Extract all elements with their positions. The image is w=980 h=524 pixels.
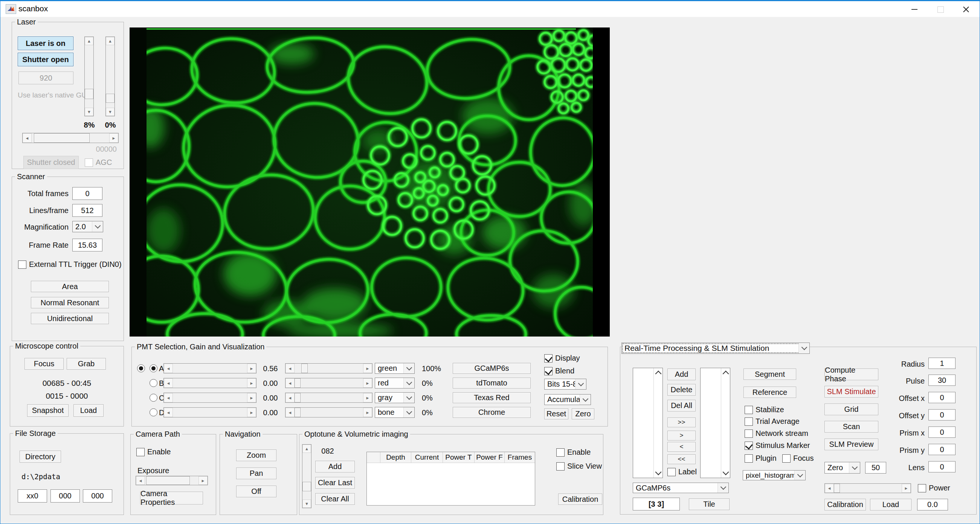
optotune-add-button[interactable]: Add	[315, 461, 355, 472]
off-button[interactable]: Off	[236, 486, 277, 497]
slider-left-arrow-icon[interactable]: ◄	[285, 408, 294, 417]
pmt-radio-d[interactable]	[150, 408, 158, 416]
laser-wavelength-slider[interactable]: ◄ ►	[22, 133, 119, 143]
slider-left-arrow-icon[interactable]: ◄	[285, 393, 294, 402]
total-frames-field[interactable]: 0	[72, 187, 102, 200]
prism-y-field[interactable]: 0	[928, 444, 956, 455]
pmt-c-range-track[interactable]	[294, 393, 363, 402]
slm-mode-select[interactable]: Zero	[824, 462, 860, 473]
slider-up-arrow-icon[interactable]: ▲	[302, 445, 311, 453]
minimize-button[interactable]	[902, 2, 926, 17]
slider-left-arrow-icon[interactable]: ◄	[825, 484, 834, 493]
clear-all-button[interactable]: Clear All	[315, 493, 355, 505]
directory-button[interactable]: Directory	[19, 451, 61, 463]
compute-phase-button[interactable]: Compute Phase	[824, 368, 878, 380]
pmt-radio-c[interactable]	[150, 394, 158, 402]
reference-button[interactable]: Reference	[743, 387, 796, 398]
live-image-display[interactable]	[130, 27, 610, 337]
slm-power-slider-thumb[interactable]	[834, 484, 840, 493]
maximize-button[interactable]	[928, 2, 953, 17]
stimulus-marker-checkbox[interactable]: Stimulus Marker	[745, 441, 810, 450]
slider-right-arrow-icon[interactable]: ►	[199, 476, 207, 485]
pmt-b-gain-slider[interactable]: ◄►	[164, 378, 256, 388]
pmt-d-colormap-select[interactable]: bone	[375, 407, 415, 418]
label-checkbox[interactable]: Label	[667, 468, 697, 476]
optotune-calibration-button[interactable]: Calibration	[558, 494, 602, 505]
pmt-c-colormap-select[interactable]: gray	[375, 392, 415, 403]
segment-button[interactable]: Segment	[743, 368, 796, 380]
pmt-d-gain-slider[interactable]: ◄►	[164, 407, 256, 418]
power-checkbox[interactable]: Power	[918, 484, 950, 492]
pmt-b-gain-track[interactable]	[173, 378, 247, 388]
display-checkbox[interactable]: Display	[544, 354, 580, 362]
shutter-open-button[interactable]: Shutter open	[18, 53, 73, 66]
realtime-mode-select[interactable]: Real-Time Processing & SLM Stimulation	[622, 343, 810, 354]
laser-gdd-slider-track[interactable]	[106, 45, 115, 108]
zero-button[interactable]: Zero	[572, 408, 594, 419]
optotune-enable-checkbox[interactable]: Enable	[556, 448, 590, 457]
pmt-d-gain-track[interactable]	[173, 408, 247, 417]
agc-checkbox[interactable]: AGC	[85, 158, 112, 167]
animal-field[interactable]: xx0	[18, 489, 47, 503]
pmt-a-preset-button[interactable]: GCaMP6s	[453, 363, 531, 374]
pmt-a-gain-slider[interactable]: ◄►	[164, 363, 256, 373]
optotune-slider[interactable]: ▲ ▼	[302, 444, 312, 508]
lines-frame-field[interactable]: 512	[72, 204, 102, 217]
slider-down-arrow-icon[interactable]: ▼	[106, 108, 115, 116]
pulse-field[interactable]: 30	[928, 375, 956, 386]
slider-up-arrow-icon[interactable]: ▲	[85, 37, 94, 45]
pmt-a-gain-track[interactable]	[173, 364, 247, 373]
tile-button[interactable]: Tile	[689, 499, 730, 510]
pmt-b-range-thumb[interactable]	[294, 378, 301, 388]
network-stream-checkbox[interactable]: Network stream	[745, 429, 808, 438]
offset-x-field[interactable]: 0	[928, 392, 956, 403]
move-left-button[interactable]: <	[667, 442, 696, 452]
move-right-button[interactable]: >	[667, 430, 696, 440]
tile-size-field[interactable]: [3 3]	[633, 498, 680, 510]
rt-preset-select[interactable]: GCaMP6s	[633, 483, 729, 493]
slm-stimulate-button[interactable]: SLM Stimulate	[824, 386, 878, 397]
exposure-slider-track[interactable]	[145, 476, 199, 485]
pmt-b-colormap-select[interactable]: red	[375, 378, 415, 389]
laser-power-slider-thumb[interactable]	[85, 89, 94, 99]
list-scrollbar[interactable]	[721, 368, 730, 478]
radius-field[interactable]: 1	[928, 357, 956, 369]
slider-left-arrow-icon[interactable]: ◄	[285, 364, 294, 373]
slider-right-arrow-icon[interactable]: ►	[247, 378, 256, 388]
pmt-d-range-track[interactable]	[294, 408, 363, 417]
rt-focus-checkbox[interactable]: Focus	[782, 454, 813, 463]
zoom-button[interactable]: Zoom	[236, 449, 277, 461]
pmt-d-range-slider[interactable]: ◄►	[285, 407, 372, 418]
slm-calibration-button[interactable]: Calibration	[824, 499, 866, 510]
slider-left-arrow-icon[interactable]: ◄	[164, 393, 173, 402]
laser-power-slider[interactable]: ▲ ▼	[84, 37, 94, 116]
lens-field[interactable]: 0	[928, 461, 956, 472]
scan-button[interactable]: Scan	[824, 421, 878, 432]
trial-average-checkbox[interactable]: Trial Average	[745, 417, 800, 426]
slider-left-arrow-icon[interactable]: ◄	[136, 476, 145, 485]
slice-view-checkbox[interactable]: Slice View	[556, 462, 602, 470]
pmt-c-gain-slider[interactable]: ◄►	[164, 393, 256, 403]
prism-x-field[interactable]: 0	[928, 427, 956, 438]
field-field[interactable]: 000	[51, 489, 80, 503]
slider-left-arrow-icon[interactable]: ◄	[164, 378, 173, 388]
focus-button[interactable]: Focus	[24, 358, 64, 370]
slm-preview-button[interactable]: SLM Preview	[824, 438, 878, 450]
clear-last-button[interactable]: Clear Last	[315, 477, 355, 489]
roi-source-list[interactable]	[633, 368, 663, 478]
slm-load-button[interactable]: Load	[870, 499, 912, 510]
pmt-d-preset-button[interactable]: Chrome	[453, 407, 531, 418]
slider-right-arrow-icon[interactable]: ►	[363, 393, 372, 402]
optotune-slider-thumb[interactable]	[302, 482, 311, 491]
slider-left-arrow-icon[interactable]: ◄	[22, 133, 32, 143]
exposure-slider-thumb[interactable]	[146, 476, 190, 485]
laser-gdd-slider-thumb[interactable]	[106, 94, 115, 102]
plugin-select[interactable]: pixel_histogram	[743, 470, 806, 480]
slider-right-arrow-icon[interactable]: ►	[247, 393, 256, 402]
pmt-b-preset-button[interactable]: tdTomato	[453, 378, 531, 389]
wavelength-field[interactable]: 920	[19, 71, 73, 84]
slm-power-slider[interactable]: ◄►	[824, 483, 911, 493]
pmt-b-range-track[interactable]	[294, 378, 363, 388]
load-button[interactable]: Load	[73, 404, 103, 417]
reset-button[interactable]: Reset	[544, 408, 568, 419]
